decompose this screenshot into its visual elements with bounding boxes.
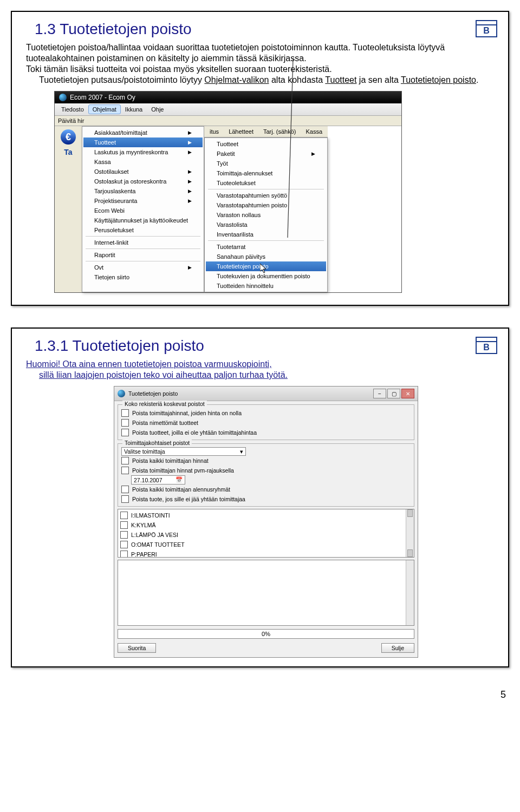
left-icons: € Ta [55, 126, 82, 292]
checkbox-row[interactable]: Poista toimittajahinnat, joiden hinta on… [121, 408, 411, 418]
submenu-item[interactable]: Inventaarilista [206, 230, 326, 239]
list-item[interactable]: O:OMAT TUOTTEET [120, 540, 412, 549]
dialog-titlebar: Tuotetietojen poisto − ▢ ✕ [114, 387, 418, 401]
group-title: Toimittajakohtaiset poistot [122, 440, 192, 446]
submenu-item[interactable]: Sanahaun päivitys [206, 252, 326, 261]
chevron-right-icon: ▶ [188, 179, 192, 184]
menu-item[interactable]: Ovt▶ [83, 263, 203, 272]
slide2-title: 1.3.1 Tuotetietojen poisto [35, 337, 204, 355]
menu-separator [86, 261, 200, 261]
book-icon: B [474, 18, 498, 40]
list-item[interactable]: P:PAPERI [120, 549, 412, 558]
checkbox[interactable] [121, 457, 129, 464]
submenu-item[interactable]: Varastotapahtumien poisto [206, 200, 326, 210]
run-button[interactable]: Suorita [118, 643, 156, 653]
list-item[interactable]: K:KYLMÄ [120, 520, 412, 530]
chevron-down-icon: ▾ [240, 448, 243, 455]
menu-item[interactable]: Laskutus ja myyntireskontra▶ [83, 147, 203, 157]
minimize-button[interactable]: − [373, 389, 386, 398]
close-dialog-button[interactable]: Sulje [381, 643, 414, 653]
checkbox[interactable] [120, 531, 128, 539]
category-listbox[interactable]: I:ILMASTOINTI K:KYLMÄ L:LÄMPÖ JA VESI O:… [118, 509, 414, 558]
svg-text:B: B [483, 343, 490, 352]
ohjelmat-dropdown[interactable]: Asiakkaat/toimittajat▶ Tuotteet▶ Laskutu… [82, 126, 204, 292]
menu-item[interactable]: Perusoletukset [83, 225, 203, 235]
checkbox-row[interactable]: Poista kaikki toimittajan alennusryhmät [121, 484, 411, 494]
menu-item[interactable]: Ostolaskut ja ostoreskontra▶ [83, 176, 203, 186]
menu-item[interactable]: Ostotilaukset▶ [83, 167, 203, 176]
menu-ohje[interactable]: Ohje [147, 104, 168, 114]
checkbox[interactable] [121, 419, 129, 427]
ecom-window: Ecom 2007 - Ecom Oy Tiedosto Ohjelmat Ik… [54, 91, 402, 293]
menu-item[interactable]: Ecom Webi [83, 206, 203, 215]
background-tabs: itus Lähetteet Tarj. (sähkö) Kassa [204, 126, 328, 137]
menu-item-tuotteet[interactable]: Tuotteet▶ [83, 137, 203, 147]
menu-item[interactable]: Raportit [83, 250, 203, 260]
ta-label: Ta [64, 148, 72, 156]
menu-item[interactable]: Käyttäjätunnukset ja käyttöoikeudet [83, 215, 203, 225]
menu-tiedosto[interactable]: Tiedosto [57, 104, 88, 114]
checkbox-row[interactable]: Poista kaikki toimittajan hinnat [121, 456, 411, 466]
submenu-item[interactable]: Tuoteoletukset [206, 178, 326, 188]
chevron-right-icon: ▶ [188, 130, 192, 135]
submenu-item[interactable]: Toimittaja-alennukset [206, 168, 326, 178]
progress-bar: 0% [118, 629, 414, 639]
chevron-right-icon: ▶ [188, 265, 192, 270]
close-button[interactable]: ✕ [401, 389, 414, 398]
svg-text:B: B [483, 26, 490, 35]
list-item[interactable]: L:LÄMPÖ JA VESI [120, 530, 412, 540]
warning-line1: Huomioi! Ota aina ennen tuotetietojen po… [26, 359, 494, 370]
menu-ohjelmat[interactable]: Ohjelmat [88, 104, 121, 114]
submenu-item[interactable]: Paketit▶ [206, 149, 326, 159]
date-input[interactable]: 27.10.2007 📅 [131, 475, 185, 484]
checkbox[interactable] [120, 551, 128, 558]
submenu-item[interactable]: Työt [206, 159, 326, 168]
slide2-header: 1.3.1 Tuotetietojen poisto B [22, 335, 498, 359]
menu-item[interactable]: Asiakkaat/toimittajat▶ [83, 128, 203, 137]
checkbox-row[interactable]: Poista toimittajan hinnat pvm-rajauksell… [121, 466, 411, 475]
submenu-item[interactable]: Tuotteiden hinnoittelu [206, 281, 326, 291]
menu-item[interactable]: Projektiseuranta▶ [83, 196, 203, 206]
submenu-item[interactable]: Varaston nollaus [206, 210, 326, 220]
scrollbar[interactable] [406, 560, 414, 625]
menu-item[interactable]: Tietojen siirto [83, 272, 203, 282]
submenu-item[interactable]: Varastotapahtumien syöttö [206, 191, 326, 200]
menubar[interactable]: Tiedosto Ohjelmat Ikkuna Ohje [55, 103, 401, 116]
window-buttons: − ▢ ✕ [373, 389, 414, 398]
toolbar: Päivitä hir [55, 116, 401, 126]
menu-item[interactable]: Tarjouslaskenta▶ [83, 186, 203, 196]
checkbox[interactable] [120, 541, 128, 548]
submenu-item[interactable]: Varastolista [206, 220, 326, 230]
euro-icon: € [61, 129, 76, 145]
chevron-right-icon: ▶ [188, 198, 192, 204]
menu-ikkuna[interactable]: Ikkuna [121, 104, 147, 114]
toolbar-text: Päivitä hir [58, 117, 84, 124]
checkbox-row[interactable]: Poista tuote, jos sille ei jää yhtään to… [121, 494, 411, 504]
checkbox[interactable] [120, 521, 128, 529]
list-item[interactable]: I:ILMASTOINTI [120, 510, 412, 520]
submenu-item-tuotetietojen-poisto[interactable]: Tuotetietojen poisto [206, 261, 326, 271]
checkbox[interactable] [121, 467, 129, 474]
maximize-button[interactable]: ▢ [387, 389, 400, 398]
menu-item[interactable]: Internet-linkit [83, 238, 203, 247]
checkbox-row[interactable]: Poista nimettömät tuotteet [121, 418, 411, 428]
checkbox[interactable] [121, 486, 129, 493]
chevron-right-icon: ▶ [188, 188, 192, 194]
submenu-item[interactable]: Tuotetarrat [206, 242, 326, 252]
checkbox[interactable] [121, 429, 129, 436]
checkbox[interactable] [121, 495, 129, 503]
menu-item[interactable]: Kassa [83, 157, 203, 167]
checkbox[interactable] [120, 512, 128, 519]
window-title: Ecom 2007 - Ecom Oy [70, 94, 135, 101]
scrollbar[interactable] [406, 509, 414, 557]
submenu-item[interactable]: Tuotteet [206, 139, 326, 149]
menu-separator [208, 189, 324, 189]
checkbox[interactable] [121, 409, 129, 417]
slide1-body: Tuotetietojen poistoa/hallintaa voidaan … [26, 42, 494, 86]
tuotteet-submenu[interactable]: Tuotteet Paketit▶ Työt Toimittaja-alennu… [204, 137, 328, 292]
menu-separator [208, 240, 324, 241]
checkbox-row[interactable]: Poista tuotteet, joilla ei ole yhtään to… [121, 428, 411, 437]
output-listbox[interactable] [118, 560, 414, 626]
combo-valitse-toimittaja[interactable]: Valitse toimittaja ▾ [121, 447, 246, 456]
book-icon: B [474, 335, 498, 357]
